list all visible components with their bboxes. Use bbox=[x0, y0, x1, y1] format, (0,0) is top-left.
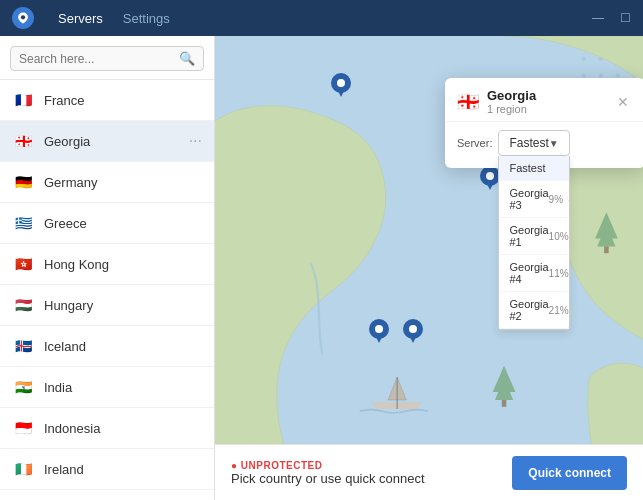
country-name-indonesia: Indonesia bbox=[44, 421, 202, 436]
country-item-hong-kong[interactable]: 🇭🇰 Hong Kong bbox=[0, 244, 214, 285]
country-item-indonesia[interactable]: 🇮🇩 Indonesia bbox=[0, 408, 214, 449]
window-controls: — ☐ bbox=[592, 11, 631, 25]
server-option-name-2: Georgia #1 bbox=[509, 224, 548, 248]
svg-point-0 bbox=[21, 15, 25, 19]
country-item-france[interactable]: 🇫🇷 France bbox=[0, 80, 214, 121]
status-message: Pick country or use quick connect bbox=[231, 471, 502, 486]
country-list: 🇫🇷 France 🇬🇪 Georgia ··· 🇩🇪 Germany 🇬🇷 G… bbox=[0, 80, 214, 500]
popup-header: 🇬🇪 Georgia 1 region ✕ bbox=[445, 78, 643, 122]
country-name-germany: Germany bbox=[44, 175, 202, 190]
minimize-button[interactable]: — bbox=[592, 11, 604, 25]
server-dropdown-wrap: Fastest ▼ Fastest Georgia #3 9% ♡ Georgi… bbox=[498, 130, 569, 156]
flag-indonesia: 🇮🇩 bbox=[12, 417, 34, 439]
server-load-4: 21% ♡ bbox=[549, 305, 581, 316]
popup-body: Server: Fastest ▼ Fastest Georgia #3 9% … bbox=[445, 122, 643, 168]
country-item-germany[interactable]: 🇩🇪 Germany bbox=[0, 162, 214, 203]
map-area: 🇬🇪 Georgia 1 region ✕ Server: Fastest ▼ bbox=[215, 36, 643, 500]
svg-rect-36 bbox=[502, 400, 507, 407]
search-bar: 🔍 bbox=[0, 36, 214, 80]
popup-close-button[interactable]: ✕ bbox=[613, 92, 633, 112]
server-dropdown-button[interactable]: Fastest ▼ bbox=[498, 130, 569, 156]
flag-india: 🇮🇳 bbox=[12, 376, 34, 398]
favorite-icon-1[interactable]: ♡ bbox=[566, 194, 575, 205]
svg-point-45 bbox=[409, 325, 417, 333]
quick-connect-button[interactable]: Quick connect bbox=[512, 456, 627, 490]
map-pin-4[interactable] bbox=[403, 319, 423, 347]
country-item-ireland[interactable]: 🇮🇪 Ireland bbox=[0, 449, 214, 490]
server-option-0[interactable]: Fastest bbox=[499, 156, 568, 181]
flag-ireland: 🇮🇪 bbox=[12, 458, 34, 480]
country-name-iceland: Iceland bbox=[44, 339, 202, 354]
flag-germany: 🇩🇪 bbox=[12, 171, 34, 193]
country-name-france: France bbox=[44, 93, 202, 108]
flag-hong-kong: 🇭🇰 bbox=[12, 253, 34, 275]
server-option-name-4: Georgia #2 bbox=[509, 298, 548, 322]
bottom-bar: ● UNPROTECTED Pick country or use quick … bbox=[215, 444, 643, 500]
country-item-israel[interactable]: 🇮🇱 Israel bbox=[0, 490, 214, 500]
popup-flag: 🇬🇪 bbox=[457, 91, 479, 113]
server-option-name-0: Fastest bbox=[509, 162, 545, 174]
server-option-2[interactable]: Georgia #1 10% ♡ bbox=[499, 218, 568, 255]
favorite-icon-4[interactable]: ♡ bbox=[572, 305, 581, 316]
popup-region: 1 region bbox=[487, 103, 605, 115]
app-logo bbox=[12, 7, 34, 29]
map-pin-1[interactable] bbox=[331, 73, 351, 101]
nav-settings[interactable]: Settings bbox=[115, 7, 178, 30]
search-input[interactable] bbox=[19, 52, 179, 66]
svg-point-2 bbox=[581, 56, 586, 61]
status-text: ● UNPROTECTED Pick country or use quick … bbox=[231, 460, 502, 486]
more-button[interactable]: ··· bbox=[189, 132, 202, 150]
country-name-georgia: Georgia bbox=[44, 134, 179, 149]
country-item-india[interactable]: 🇮🇳 India bbox=[0, 367, 214, 408]
country-name-hungary: Hungary bbox=[44, 298, 202, 313]
server-popup: 🇬🇪 Georgia 1 region ✕ Server: Fastest ▼ bbox=[445, 78, 643, 168]
country-item-iceland[interactable]: 🇮🇸 Iceland bbox=[0, 326, 214, 367]
map-pin-2[interactable] bbox=[480, 166, 500, 194]
unprotected-label: ● UNPROTECTED bbox=[231, 460, 502, 471]
country-name-india: India bbox=[44, 380, 202, 395]
titlebar-nav: Servers Settings bbox=[50, 7, 178, 30]
titlebar: Servers Settings — ☐ bbox=[0, 0, 643, 36]
country-item-greece[interactable]: 🇬🇷 Greece bbox=[0, 203, 214, 244]
svg-rect-33 bbox=[604, 246, 609, 253]
server-option-3[interactable]: Georgia #4 11% ♡ bbox=[499, 255, 568, 292]
map-pin-3[interactable] bbox=[369, 319, 389, 347]
country-item-hungary[interactable]: 🇭🇺 Hungary bbox=[0, 285, 214, 326]
flag-france: 🇫🇷 bbox=[12, 89, 34, 111]
flag-greece: 🇬🇷 bbox=[12, 212, 34, 234]
svg-point-41 bbox=[486, 172, 494, 180]
main-layout: 🔍 🇫🇷 France 🇬🇪 Georgia ··· 🇩🇪 Germany 🇬🇷… bbox=[0, 36, 643, 500]
popup-info: Georgia 1 region bbox=[487, 88, 605, 115]
server-option-name-3: Georgia #4 bbox=[509, 261, 548, 285]
server-label: Server: Fastest ▼ Fastest Georgia #3 9% … bbox=[457, 130, 633, 156]
country-name-greece: Greece bbox=[44, 216, 202, 231]
dropdown-arrow-icon: ▼ bbox=[549, 138, 559, 149]
server-dropdown-list: Fastest Georgia #3 9% ♡ Georgia #1 10% ♡… bbox=[498, 156, 569, 330]
svg-point-39 bbox=[337, 79, 345, 87]
sidebar: 🔍 🇫🇷 France 🇬🇪 Georgia ··· 🇩🇪 Germany 🇬🇷… bbox=[0, 36, 215, 500]
flag-georgia: 🇬🇪 bbox=[12, 130, 34, 152]
flag-iceland: 🇮🇸 bbox=[12, 335, 34, 357]
favorite-icon-3[interactable]: ♡ bbox=[572, 268, 581, 279]
country-item-georgia[interactable]: 🇬🇪 Georgia ··· bbox=[0, 121, 214, 162]
search-input-wrap[interactable]: 🔍 bbox=[10, 46, 204, 71]
server-load-3: 11% ♡ bbox=[549, 268, 581, 279]
svg-point-43 bbox=[375, 325, 383, 333]
selected-server: Fastest bbox=[509, 136, 548, 150]
flag-hungary: 🇭🇺 bbox=[12, 294, 34, 316]
country-name-ireland: Ireland bbox=[44, 462, 202, 477]
server-option-4[interactable]: Georgia #2 21% ♡ bbox=[499, 292, 568, 329]
server-option-name-1: Georgia #3 bbox=[509, 187, 548, 211]
country-name-hong-kong: Hong Kong bbox=[44, 257, 202, 272]
search-icon: 🔍 bbox=[179, 51, 195, 66]
server-load-2: 10% ♡ bbox=[549, 231, 581, 242]
server-option-1[interactable]: Georgia #3 9% ♡ bbox=[499, 181, 568, 218]
nav-servers[interactable]: Servers bbox=[50, 7, 111, 30]
server-load-1: 9% ♡ bbox=[549, 194, 575, 205]
popup-country: Georgia bbox=[487, 88, 605, 103]
maximize-button[interactable]: ☐ bbox=[620, 11, 631, 25]
favorite-icon-2[interactable]: ♡ bbox=[572, 231, 581, 242]
